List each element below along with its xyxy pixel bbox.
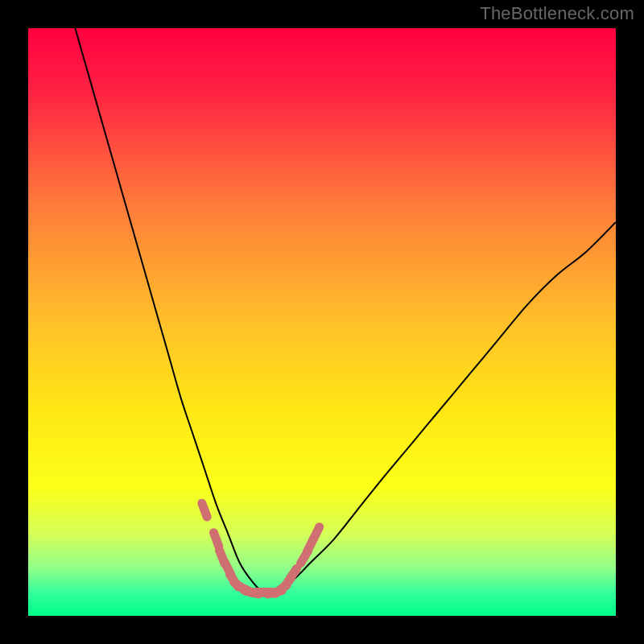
highlight-marker xyxy=(313,527,320,540)
plot-area xyxy=(28,28,616,616)
highlight-marker xyxy=(202,503,207,517)
chart-frame: TheBottleneck.com xyxy=(0,0,644,644)
highlight-marker xyxy=(213,533,218,547)
bottleneck-chart xyxy=(28,28,616,616)
watermark-text: TheBottleneck.com xyxy=(480,3,634,24)
